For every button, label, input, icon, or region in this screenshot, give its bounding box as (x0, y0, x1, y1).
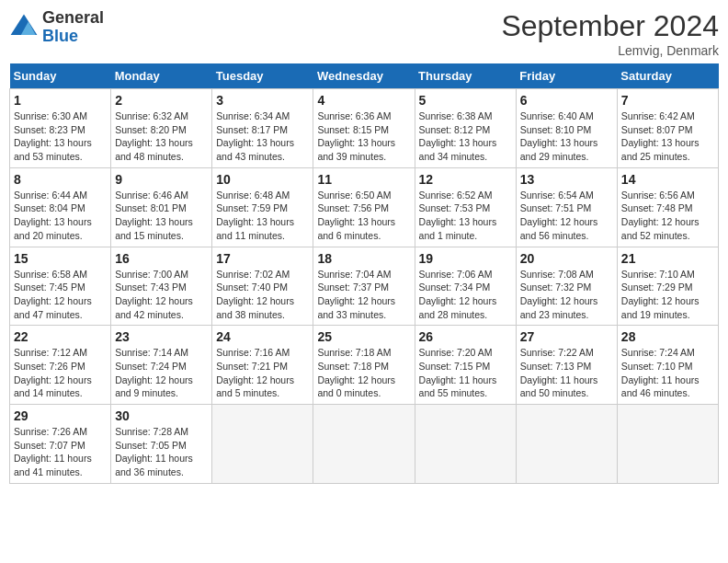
day-number: 8 (14, 172, 107, 187)
day-info: Sunrise: 7:00 AM Sunset: 7:43 PM Dayligh… (115, 268, 208, 322)
month-year: September 2024 (501, 9, 719, 43)
day-number: 23 (115, 329, 208, 344)
day-number: 30 (115, 408, 208, 423)
day-info: Sunrise: 7:16 AM Sunset: 7:21 PM Dayligh… (216, 346, 309, 400)
table-cell: 22Sunrise: 7:12 AM Sunset: 7:26 PM Dayli… (10, 326, 111, 405)
day-info: Sunrise: 7:08 AM Sunset: 7:32 PM Dayligh… (520, 268, 613, 322)
col-tuesday: Tuesday (212, 63, 313, 89)
table-cell: 28Sunrise: 7:24 AM Sunset: 7:10 PM Dayli… (617, 326, 718, 405)
day-info: Sunrise: 7:18 AM Sunset: 7:18 PM Dayligh… (317, 346, 410, 400)
table-cell: 15Sunrise: 6:58 AM Sunset: 7:45 PM Dayli… (10, 247, 111, 326)
day-info: Sunrise: 6:52 AM Sunset: 7:53 PM Dayligh… (419, 189, 512, 243)
day-number: 18 (317, 251, 410, 266)
header: General Blue September 2024 Lemvig, Denm… (9, 9, 719, 58)
day-number: 13 (520, 172, 613, 187)
day-info: Sunrise: 7:24 AM Sunset: 7:10 PM Dayligh… (621, 346, 714, 400)
day-number: 5 (419, 93, 512, 108)
table-cell: 5Sunrise: 6:38 AM Sunset: 8:12 PM Daylig… (415, 89, 516, 168)
table-cell (415, 405, 516, 484)
calendar-row: 15Sunrise: 6:58 AM Sunset: 7:45 PM Dayli… (10, 247, 719, 326)
table-cell: 17Sunrise: 7:02 AM Sunset: 7:40 PM Dayli… (212, 247, 313, 326)
table-cell (516, 405, 617, 484)
day-number: 21 (621, 251, 714, 266)
col-saturday: Saturday (617, 63, 718, 89)
day-number: 28 (621, 329, 714, 344)
logo: General Blue (9, 9, 104, 46)
day-number: 17 (216, 251, 309, 266)
table-cell: 25Sunrise: 7:18 AM Sunset: 7:18 PM Dayli… (313, 326, 415, 405)
day-info: Sunrise: 7:10 AM Sunset: 7:29 PM Dayligh… (621, 268, 714, 322)
day-info: Sunrise: 6:48 AM Sunset: 7:59 PM Dayligh… (216, 189, 309, 243)
day-info: Sunrise: 6:46 AM Sunset: 8:01 PM Dayligh… (115, 189, 208, 243)
col-thursday: Thursday (415, 63, 516, 89)
day-number: 29 (14, 408, 107, 423)
day-number: 4 (317, 93, 410, 108)
calendar-row: 1Sunrise: 6:30 AM Sunset: 8:23 PM Daylig… (10, 89, 719, 168)
table-cell: 29Sunrise: 7:26 AM Sunset: 7:07 PM Dayli… (10, 405, 111, 484)
calendar-table: Sunday Monday Tuesday Wednesday Thursday… (9, 63, 719, 484)
day-number: 15 (14, 251, 107, 266)
day-number: 26 (419, 329, 512, 344)
day-info: Sunrise: 6:36 AM Sunset: 8:15 PM Dayligh… (317, 109, 410, 164)
table-cell: 4Sunrise: 6:36 AM Sunset: 8:15 PM Daylig… (313, 89, 415, 168)
day-number: 1 (14, 93, 107, 108)
table-cell: 13Sunrise: 6:54 AM Sunset: 7:51 PM Dayli… (516, 167, 617, 247)
day-info: Sunrise: 7:26 AM Sunset: 7:07 PM Dayligh… (14, 425, 107, 479)
day-number: 7 (621, 93, 714, 108)
day-info: Sunrise: 7:12 AM Sunset: 7:26 PM Dayligh… (14, 346, 107, 400)
location: Lemvig, Denmark (501, 43, 719, 58)
day-info: Sunrise: 7:06 AM Sunset: 7:34 PM Dayligh… (419, 268, 512, 322)
day-number: 14 (621, 172, 714, 187)
logo-text: General Blue (42, 9, 104, 46)
day-info: Sunrise: 6:38 AM Sunset: 8:12 PM Dayligh… (419, 109, 512, 164)
day-info: Sunrise: 6:32 AM Sunset: 8:20 PM Dayligh… (115, 109, 208, 164)
calendar-header-row: Sunday Monday Tuesday Wednesday Thursday… (10, 63, 719, 89)
day-info: Sunrise: 6:30 AM Sunset: 8:23 PM Dayligh… (14, 109, 107, 164)
table-cell: 7Sunrise: 6:42 AM Sunset: 8:07 PM Daylig… (617, 89, 718, 168)
table-cell: 27Sunrise: 7:22 AM Sunset: 7:13 PM Dayli… (516, 326, 617, 405)
day-number: 2 (115, 93, 208, 108)
calendar-row: 8Sunrise: 6:44 AM Sunset: 8:04 PM Daylig… (10, 167, 719, 247)
table-cell: 3Sunrise: 6:34 AM Sunset: 8:17 PM Daylig… (212, 89, 313, 168)
day-number: 6 (520, 93, 613, 108)
day-info: Sunrise: 6:54 AM Sunset: 7:51 PM Dayligh… (520, 189, 613, 243)
table-cell: 10Sunrise: 6:48 AM Sunset: 7:59 PM Dayli… (212, 167, 313, 247)
table-cell (313, 405, 415, 484)
day-number: 10 (216, 172, 309, 187)
day-info: Sunrise: 6:50 AM Sunset: 7:56 PM Dayligh… (317, 189, 410, 243)
table-cell: 9Sunrise: 6:46 AM Sunset: 8:01 PM Daylig… (111, 167, 212, 247)
table-cell: 14Sunrise: 6:56 AM Sunset: 7:48 PM Dayli… (617, 167, 718, 247)
day-number: 19 (419, 251, 512, 266)
day-number: 9 (115, 172, 208, 187)
table-cell (617, 405, 718, 484)
day-number: 3 (216, 93, 309, 108)
table-cell: 24Sunrise: 7:16 AM Sunset: 7:21 PM Dayli… (212, 326, 313, 405)
logo-icon (9, 13, 39, 42)
table-cell: 21Sunrise: 7:10 AM Sunset: 7:29 PM Dayli… (617, 247, 718, 326)
day-info: Sunrise: 7:20 AM Sunset: 7:15 PM Dayligh… (419, 346, 512, 400)
col-wednesday: Wednesday (313, 63, 415, 89)
day-info: Sunrise: 6:40 AM Sunset: 8:10 PM Dayligh… (520, 109, 613, 164)
col-sunday: Sunday (10, 63, 111, 89)
calendar-row: 22Sunrise: 7:12 AM Sunset: 7:26 PM Dayli… (10, 326, 719, 405)
day-info: Sunrise: 6:58 AM Sunset: 7:45 PM Dayligh… (14, 268, 107, 322)
table-cell (212, 405, 313, 484)
day-number: 25 (317, 329, 410, 344)
day-number: 11 (317, 172, 410, 187)
day-number: 16 (115, 251, 208, 266)
day-number: 24 (216, 329, 309, 344)
day-info: Sunrise: 7:04 AM Sunset: 7:37 PM Dayligh… (317, 268, 410, 322)
calendar-row: 29Sunrise: 7:26 AM Sunset: 7:07 PM Dayli… (10, 405, 719, 484)
day-number: 27 (520, 329, 613, 344)
table-cell: 12Sunrise: 6:52 AM Sunset: 7:53 PM Dayli… (415, 167, 516, 247)
day-info: Sunrise: 6:42 AM Sunset: 8:07 PM Dayligh… (621, 109, 714, 164)
day-number: 20 (520, 251, 613, 266)
table-cell: 11Sunrise: 6:50 AM Sunset: 7:56 PM Dayli… (313, 167, 415, 247)
day-info: Sunrise: 7:22 AM Sunset: 7:13 PM Dayligh… (520, 346, 613, 400)
day-info: Sunrise: 7:02 AM Sunset: 7:40 PM Dayligh… (216, 268, 309, 322)
day-info: Sunrise: 6:44 AM Sunset: 8:04 PM Dayligh… (14, 189, 107, 243)
table-cell: 30Sunrise: 7:28 AM Sunset: 7:05 PM Dayli… (111, 405, 212, 484)
table-cell: 19Sunrise: 7:06 AM Sunset: 7:34 PM Dayli… (415, 247, 516, 326)
calendar-body: 1Sunrise: 6:30 AM Sunset: 8:23 PM Daylig… (10, 89, 719, 484)
col-monday: Monday (111, 63, 212, 89)
